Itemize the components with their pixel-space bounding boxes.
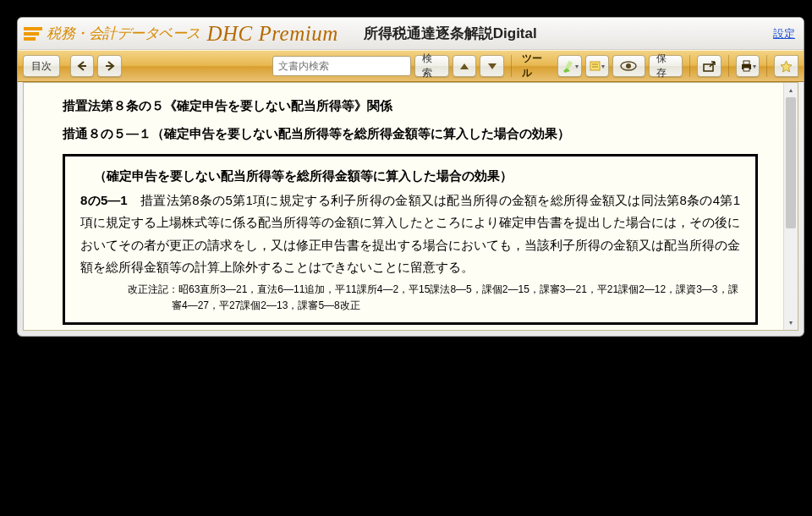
brand-text-premium: DHC Premium xyxy=(207,22,338,46)
triangle-up-icon xyxy=(460,63,469,69)
export-button[interactable] xyxy=(697,55,721,77)
toc-button[interactable]: 目次 xyxy=(23,55,60,77)
dropdown-caret-icon: ▾ xyxy=(753,63,756,70)
tools-label: ツール xyxy=(518,52,554,80)
svg-rect-2 xyxy=(24,37,36,41)
article-number: 8の5―1 xyxy=(80,193,128,207)
search-button[interactable]: 検索 xyxy=(414,55,449,77)
scroll-down-button[interactable]: ▾ xyxy=(784,316,798,330)
vertical-scrollbar[interactable]: ▴ ▾ xyxy=(783,83,798,330)
article-body: 8の5―1 措置法第8条の5第1項に規定する利子所得の金額又は配当所得の金額を総… xyxy=(80,189,740,278)
toolbar-separator xyxy=(689,55,690,77)
svg-point-9 xyxy=(621,62,636,70)
svg-rect-1 xyxy=(24,32,39,36)
print-button[interactable]: ▾ xyxy=(736,55,760,77)
toolbar-separator xyxy=(511,55,512,77)
nav-forward-button[interactable] xyxy=(97,55,122,77)
article-text: 措置法第8条の5第1項に規定する利子所得の金額又は配当所得の金額を総所得金額又は… xyxy=(80,193,740,274)
dropdown-caret-icon: ▾ xyxy=(575,63,579,70)
svg-rect-13 xyxy=(743,61,749,64)
save-button[interactable]: 保存 xyxy=(649,55,683,77)
app-logo-icon xyxy=(23,24,43,44)
toc-label: 目次 xyxy=(31,59,52,74)
document-body: 措置法第８条の５《確定申告を要しない配当所得等》関係 措通８の５―１（確定申告を… xyxy=(24,83,783,330)
brand-text-tax: 税務・会計データベース xyxy=(47,24,200,43)
highlighter-button[interactable]: ▾ xyxy=(557,55,582,77)
svg-rect-12 xyxy=(742,64,751,69)
content-area: 措置法第８条の５《確定申告を要しない配当所得等》関係 措通８の５―１（確定申告を… xyxy=(23,82,798,331)
svg-marker-15 xyxy=(781,61,792,72)
prev-result-button[interactable] xyxy=(453,55,477,77)
page-title: 所得税通達逐条解説Digital xyxy=(364,24,537,43)
app-window: 税務・会計データベース DHC Premium 所得税通達逐条解説Digital… xyxy=(17,17,804,337)
article-box: （確定申告を要しない配当所得等を総所得金額等に算入した場合の効果） 8の5―1 … xyxy=(63,154,758,325)
note-button[interactable]: ▾ xyxy=(585,55,610,77)
subsection-heading: 措通８の５―１（確定申告を要しない配当所得等を総所得金額等に算入した場合の効果） xyxy=(63,126,758,142)
revision-note: 改正注記：昭63直所3―21，直法6―11追加，平11課所4―2，平15課法8―… xyxy=(148,282,740,314)
next-result-button[interactable] xyxy=(480,55,504,77)
bookmark-button[interactable] xyxy=(774,55,798,77)
search-label: 検索 xyxy=(422,52,442,80)
svg-rect-6 xyxy=(590,62,600,70)
triangle-down-icon xyxy=(488,63,497,69)
view-mode-button[interactable] xyxy=(612,55,645,77)
dropdown-caret-icon: ▾ xyxy=(601,63,605,70)
nav-back-button[interactable] xyxy=(70,55,95,77)
title-bar: 税務・会計データベース DHC Premium 所得税通達逐条解説Digital… xyxy=(18,18,804,50)
toolbar-separator xyxy=(766,55,767,77)
article-title: （確定申告を要しない配当所得等を総所得金額等に算入した場合の効果） xyxy=(94,168,740,184)
doc-search-input[interactable] xyxy=(272,56,411,76)
svg-rect-0 xyxy=(24,27,42,30)
scroll-track[interactable] xyxy=(784,97,798,316)
settings-link[interactable]: 設定 xyxy=(773,26,795,41)
save-label: 保存 xyxy=(656,52,676,80)
svg-rect-11 xyxy=(704,64,713,71)
scroll-up-button[interactable]: ▴ xyxy=(784,83,798,97)
section-heading: 措置法第８条の５《確定申告を要しない配当所得等》関係 xyxy=(63,98,758,114)
svg-rect-5 xyxy=(565,61,573,69)
svg-point-10 xyxy=(626,63,631,69)
toolbar: 目次 検索 ツール ▾ ▾ 保存 xyxy=(18,50,804,82)
svg-rect-14 xyxy=(743,68,749,71)
toolbar-separator xyxy=(728,55,729,77)
scroll-thumb[interactable] xyxy=(786,97,796,228)
